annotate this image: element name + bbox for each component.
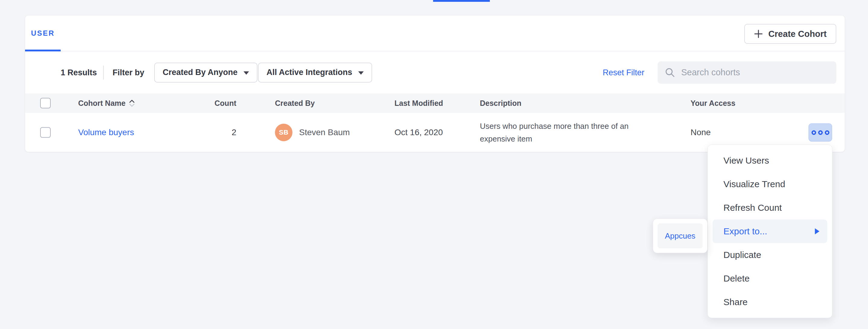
- integrations-dropdown[interactable]: All Active Integrations: [258, 63, 372, 83]
- cohort-count: 2: [188, 128, 236, 137]
- row-checkbox[interactable]: [40, 127, 51, 138]
- your-access-value: None: [690, 128, 711, 137]
- avatar: SB: [275, 124, 292, 141]
- header-your-access: Your Access: [690, 99, 736, 108]
- sort-by-name-control[interactable]: Cohort Name: [78, 99, 135, 108]
- header-description: Description: [480, 99, 522, 108]
- header-count: Count: [188, 99, 236, 108]
- created-by-dropdown[interactable]: Created By Anyone: [154, 63, 257, 83]
- cohorts-card: USER Create Cohort 1 Results Filter by C…: [25, 15, 845, 152]
- plus-icon: [754, 29, 763, 38]
- filter-bar: 1 Results Filter by Created By Anyone Al…: [25, 51, 845, 93]
- creator-cell: SB Steven Baum: [275, 124, 350, 141]
- reset-filter-link[interactable]: Reset Filter: [603, 68, 644, 77]
- create-cohort-label: Create Cohort: [768, 29, 827, 39]
- last-modified-date: Oct 16, 2020: [395, 128, 443, 137]
- filter-by-label: Filter by: [113, 68, 144, 77]
- cohort-description: Users who purchase more than three of an…: [480, 120, 629, 145]
- chevron-down-icon: [244, 71, 249, 75]
- menu-item-duplicate[interactable]: Duplicate: [713, 243, 827, 267]
- tab-user-label: USER: [31, 29, 55, 37]
- description-line-2: expensive item: [480, 133, 629, 145]
- create-cohort-button[interactable]: Create Cohort: [744, 24, 836, 44]
- submenu-item-appcues[interactable]: Appcues: [658, 223, 703, 248]
- menu-item-delete[interactable]: Delete: [713, 267, 827, 290]
- sort-arrows-icon: [129, 99, 135, 107]
- cohort-name-link[interactable]: Volume buyers: [78, 128, 134, 137]
- menu-item-export-to-label: Export to...: [723, 226, 767, 236]
- created-by-dropdown-value: Created By Anyone: [163, 68, 238, 77]
- menu-item-visualize-trend[interactable]: Visualize Trend: [713, 172, 827, 196]
- search-box: [658, 61, 836, 84]
- results-count: 1 Results: [61, 68, 97, 77]
- more-options-icon: [812, 130, 816, 135]
- menu-item-share[interactable]: Share: [713, 290, 827, 314]
- active-nav-tab-indicator: [433, 0, 490, 2]
- tab-user[interactable]: USER: [25, 16, 61, 51]
- submenu-arrow-icon: [815, 228, 819, 235]
- row-actions-button[interactable]: [809, 124, 832, 141]
- export-submenu: Appcues: [653, 219, 707, 253]
- tab-strip: USER Create Cohort: [25, 16, 845, 51]
- search-icon: [665, 67, 675, 78]
- header-last-modified: Last Modified: [395, 99, 443, 108]
- cohorts-page: USER Create Cohort 1 Results Filter by C…: [0, 0, 868, 329]
- search-input[interactable]: [681, 67, 829, 78]
- description-line-1: Users who purchase more than three of an: [480, 120, 629, 133]
- filter-divider: [103, 65, 104, 80]
- creator-name: Steven Baum: [299, 128, 350, 137]
- menu-item-view-users[interactable]: View Users: [713, 149, 827, 172]
- menu-item-refresh-count[interactable]: Refresh Count: [713, 196, 827, 220]
- table-header-row: Cohort Name Count Created By Last Modifi…: [25, 93, 845, 113]
- row-actions-menu: View Users Visualize Trend Refresh Count…: [707, 144, 832, 318]
- header-cohort-name: Cohort Name: [78, 99, 126, 108]
- chevron-down-icon: [358, 71, 364, 75]
- select-all-checkbox[interactable]: [40, 98, 51, 109]
- more-options-icon: [818, 130, 823, 135]
- header-created-by: Created By: [275, 99, 315, 108]
- menu-item-export-to[interactable]: Export to...: [713, 220, 827, 243]
- more-options-icon: [825, 130, 829, 135]
- integrations-dropdown-value: All Active Integrations: [267, 68, 352, 77]
